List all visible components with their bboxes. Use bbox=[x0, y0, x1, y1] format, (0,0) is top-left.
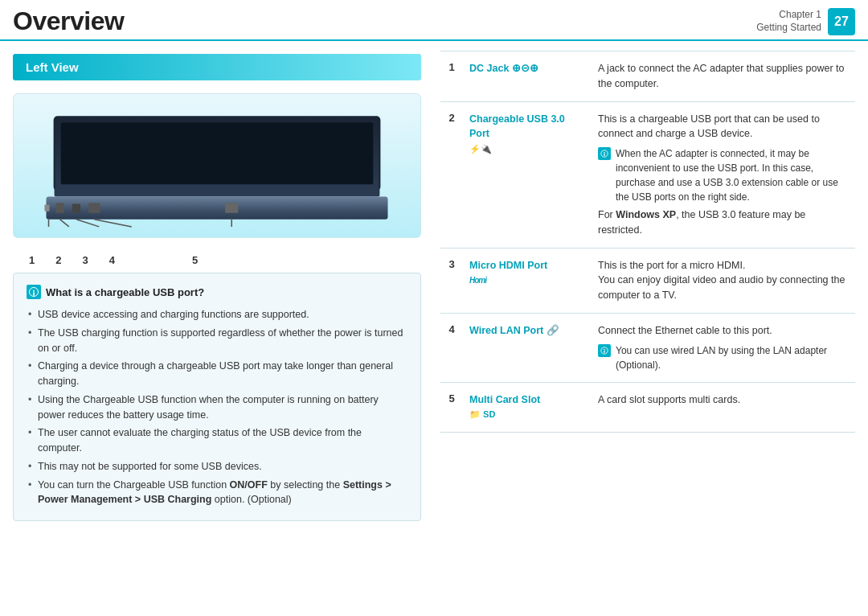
table-row-4: 4 Wired LAN Port 🔗 Connect the Ethernet … bbox=[440, 313, 855, 382]
table-row-3: 3 Micro HDMI Port Homi This is the port … bbox=[440, 248, 855, 313]
laptop-image bbox=[13, 93, 421, 238]
bullet-item-2: Charging a device through a chargeable U… bbox=[27, 357, 407, 391]
table-row-1: 1 DC Jack ⊕⊝⊕ A jack to connect the AC a… bbox=[440, 51, 855, 102]
hdmi-logo: Homi bbox=[469, 276, 486, 285]
page-title: Overview bbox=[13, 6, 124, 36]
left-panel: Left View bbox=[0, 41, 434, 612]
chapter-badge: 27 bbox=[828, 8, 855, 35]
info-box-title: What is a chargeable USB port? bbox=[27, 285, 407, 299]
table-row-5: 5 Multi Card Slot 📁 SD A card slot suppo… bbox=[440, 382, 855, 433]
svg-line-10 bbox=[60, 220, 69, 227]
main-content: Left View bbox=[0, 41, 868, 612]
svg-rect-7 bbox=[88, 203, 100, 213]
row-1-label: DC Jack ⊕⊝⊕ bbox=[463, 51, 592, 102]
row-3-desc: This is the port for a micro HDMI. You c… bbox=[592, 248, 855, 313]
port-label-2: 2 bbox=[55, 254, 61, 266]
row-4-label: Wired LAN Port 🔗 bbox=[463, 313, 592, 382]
row-2-label: Chargeable USB 3.0 Port ⚡🔌 bbox=[463, 101, 592, 248]
row-2-note-2: For Windows XP, the USB 3.0 feature may … bbox=[598, 207, 849, 238]
svg-line-12 bbox=[94, 220, 132, 227]
svg-rect-8 bbox=[225, 203, 238, 213]
usb-icon: ⚡🔌 bbox=[469, 144, 492, 154]
info-box: What is a chargeable USB port? USB devic… bbox=[13, 273, 421, 521]
row-4-note: You can use wired LAN by using the LAN a… bbox=[598, 343, 849, 372]
chapter-info: Chapter 1 Getting Started 27 bbox=[756, 8, 855, 35]
row-4-num: 4 bbox=[440, 313, 463, 382]
note-icon-4 bbox=[598, 344, 611, 357]
bullet-item-1: The USB charging function is supported r… bbox=[27, 324, 407, 358]
section-header: Left View bbox=[13, 54, 421, 80]
bullet-item-0: USB device accessing and charging functi… bbox=[27, 306, 407, 324]
svg-rect-2 bbox=[55, 188, 380, 196]
bullet-item-3: Using the Chargeable USB function when t… bbox=[27, 391, 407, 425]
port-label-3: 3 bbox=[82, 254, 88, 266]
svg-line-11 bbox=[76, 220, 99, 227]
row-5-desc: A card slot supports multi cards. bbox=[592, 382, 855, 433]
row-1-num: 1 bbox=[440, 51, 463, 102]
info-icon bbox=[27, 285, 41, 299]
right-panel: 1 DC Jack ⊕⊝⊕ A jack to connect the AC a… bbox=[434, 41, 868, 612]
table-row-2: 2 Chargeable USB 3.0 Port ⚡🔌 This is a c… bbox=[440, 101, 855, 248]
row-5-num: 5 bbox=[440, 382, 463, 433]
row-5-label: Multi Card Slot 📁 SD bbox=[463, 382, 592, 433]
row-2-num: 2 bbox=[440, 101, 463, 248]
page-header: Overview Chapter 1 Getting Started 27 bbox=[0, 0, 868, 41]
svg-rect-6 bbox=[72, 204, 80, 213]
bullet-item-6: You can turn the Chargeable USB function… bbox=[27, 476, 407, 510]
row-2-note-1: When the AC adapter is connected, it may… bbox=[598, 146, 849, 204]
port-label-1: 1 bbox=[29, 254, 35, 266]
bullet-item-5: This may not be supported for some USB d… bbox=[27, 458, 407, 476]
row-4-desc: Connect the Ethernet cable to this port.… bbox=[592, 313, 855, 382]
port-label-5: 5 bbox=[192, 254, 198, 266]
row-3-num: 3 bbox=[440, 248, 463, 313]
port-labels: 1 2 3 4 5 bbox=[13, 251, 421, 269]
laptop-svg bbox=[14, 94, 420, 237]
bullet-item-4: The user cannot evaluate the charging st… bbox=[27, 424, 407, 458]
svg-rect-1 bbox=[61, 122, 374, 184]
bullet-list: USB device accessing and charging functi… bbox=[27, 306, 407, 509]
note-icon-1 bbox=[598, 147, 611, 160]
svg-point-15 bbox=[601, 150, 608, 157]
row-3-label: Micro HDMI Port Homi bbox=[463, 248, 592, 313]
row-2-desc: This is a chargeable USB port that can b… bbox=[592, 101, 855, 248]
port-label-4: 4 bbox=[109, 254, 115, 266]
chapter-label: Chapter 1 Getting Started bbox=[756, 9, 821, 34]
feature-table: 1 DC Jack ⊕⊝⊕ A jack to connect the AC a… bbox=[440, 51, 855, 433]
row-1-desc: A jack to connect the AC adapter that su… bbox=[592, 51, 855, 102]
svg-rect-5 bbox=[56, 203, 64, 213]
svg-point-16 bbox=[601, 347, 608, 353]
svg-rect-4 bbox=[44, 205, 49, 211]
sd-icon: 📁 SD bbox=[469, 409, 495, 419]
